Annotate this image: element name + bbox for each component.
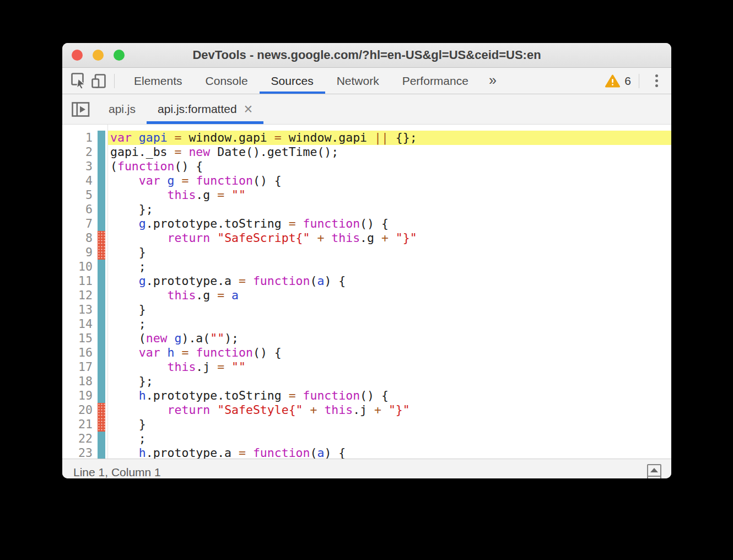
close-tab-icon[interactable]: × [244, 102, 253, 117]
kebab-dot [655, 79, 658, 82]
code-line-content[interactable]: }; [107, 374, 671, 389]
code-line-content[interactable]: var g = function() { [107, 174, 671, 188]
gutter-marker-teal [98, 188, 105, 202]
code-line: 9 } [62, 245, 671, 260]
panel-tab-sources[interactable]: Sources [260, 68, 325, 94]
line-number[interactable]: 10 [62, 260, 93, 274]
gutter-marker-red [98, 231, 105, 245]
line-number[interactable]: 21 [62, 417, 93, 432]
line-number[interactable]: 8 [62, 231, 93, 245]
gutter-marker-teal [98, 303, 105, 317]
code-line: 19 h.prototype.toString = function() { [62, 389, 671, 403]
line-number[interactable]: 12 [62, 288, 93, 303]
gutter-marker-red [98, 245, 105, 260]
device-toolbar-icon [90, 73, 107, 89]
panel-tab-performance[interactable]: Performance [391, 68, 480, 94]
warning-triangle-icon [605, 74, 620, 88]
kebab-menu-button[interactable] [647, 74, 666, 87]
code-line-content[interactable]: ; [107, 260, 671, 274]
toolbar-separator [114, 74, 115, 88]
traffic-lights [72, 50, 125, 61]
line-number[interactable]: 2 [62, 145, 93, 159]
code-line-content[interactable]: (new g).a(""); [107, 331, 671, 346]
gutter-marker-teal [98, 131, 105, 145]
panel-tab-network[interactable]: Network [325, 68, 391, 94]
gutter-marker-teal [98, 145, 105, 159]
code-line-content[interactable]: h.prototype.toString = function() { [107, 389, 671, 403]
panel-tab-elements[interactable]: Elements [122, 68, 194, 94]
code-editor[interactable]: 1var gapi = window.gapi = window.gapi ||… [62, 125, 671, 459]
code-line: 11 g.prototype.a = function(a) { [62, 274, 671, 288]
line-number[interactable]: 23 [62, 446, 93, 459]
line-number[interactable]: 18 [62, 374, 93, 389]
zoom-window-button[interactable] [114, 50, 125, 61]
more-panels-button[interactable]: » [489, 72, 497, 90]
code-line-content[interactable]: g.prototype.toString = function() { [107, 217, 671, 231]
code-line-content[interactable]: return "SafeStyle{" + this.j + "}" [107, 403, 671, 417]
line-number[interactable]: 9 [62, 245, 93, 260]
code-line-content[interactable]: } [107, 417, 671, 432]
line-number[interactable]: 17 [62, 360, 93, 374]
code-line: 21 } [62, 417, 671, 432]
code-line-content[interactable]: h.prototype.a = function(a) { [107, 446, 671, 459]
code-line: 12 this.g = a [62, 288, 671, 303]
expand-panel-button[interactable] [647, 464, 661, 479]
cursor-position: Line 1, Column 1 [73, 466, 161, 479]
gutter-marker-teal [98, 331, 105, 346]
line-number[interactable]: 19 [62, 389, 93, 403]
line-number[interactable]: 22 [62, 432, 93, 446]
file-tab-label: api.js:formatted [158, 103, 237, 116]
code-line: 22 ; [62, 432, 671, 446]
devtools-window: DevTools - news.google.com/?hl=en-US&gl=… [62, 43, 671, 478]
code-line-content[interactable]: this.g = a [107, 288, 671, 303]
line-number[interactable]: 14 [62, 317, 93, 331]
code-line-content[interactable]: gapi._bs = new Date().getTime(); [107, 145, 671, 159]
code-line: 17 this.j = "" [62, 360, 671, 374]
code-line: 4 var g = function() { [62, 174, 671, 188]
file-tab-api.js[interactable]: api.js [98, 94, 147, 124]
code-line: 3(function() { [62, 159, 671, 174]
gutter-marker-teal [98, 174, 105, 188]
gutter-marker-teal [98, 274, 105, 288]
file-tab-api.js:formatted[interactable]: api.js:formatted× [147, 94, 263, 124]
code-line-content[interactable]: this.g = "" [107, 188, 671, 202]
code-line: 2gapi._bs = new Date().getTime(); [62, 145, 671, 159]
line-number[interactable]: 15 [62, 331, 93, 346]
code-line: 10 ; [62, 260, 671, 274]
code-line-content[interactable]: var gapi = window.gapi = window.gapi || … [107, 131, 671, 145]
warnings-badge[interactable]: 6 [605, 74, 631, 88]
minimize-window-button[interactable] [93, 50, 104, 61]
show-navigator-button[interactable] [68, 98, 93, 120]
window-title: DevTools - news.google.com/?hl=en-US&gl=… [62, 48, 671, 62]
code-line-content[interactable]: ; [107, 317, 671, 331]
code-line: 8 return "SafeScript{" + this.g + "}" [62, 231, 671, 245]
code-line-content[interactable]: ; [107, 432, 671, 446]
code-line-content[interactable]: return "SafeScript{" + this.g + "}" [107, 231, 671, 245]
close-window-button[interactable] [72, 50, 83, 61]
line-number[interactable]: 6 [62, 202, 93, 217]
code-line-content[interactable]: (function() { [107, 159, 671, 174]
line-number[interactable]: 20 [62, 403, 93, 417]
line-number[interactable]: 3 [62, 159, 93, 174]
line-number[interactable]: 4 [62, 174, 93, 188]
code-line-content[interactable]: } [107, 303, 671, 317]
show-navigator-icon [72, 102, 90, 117]
panel-tab-console[interactable]: Console [194, 68, 260, 94]
line-number[interactable]: 11 [62, 274, 93, 288]
code-line: 18 }; [62, 374, 671, 389]
line-number[interactable]: 13 [62, 303, 93, 317]
code-line-content[interactable]: g.prototype.a = function(a) { [107, 274, 671, 288]
file-tabs: api.jsapi.js:formatted× [98, 94, 263, 124]
line-number[interactable]: 16 [62, 346, 93, 360]
code-line-content[interactable]: } [107, 245, 671, 260]
gutter-marker-teal [98, 217, 105, 231]
code-line-content[interactable]: }; [107, 202, 671, 217]
line-number[interactable]: 7 [62, 217, 93, 231]
line-number[interactable]: 1 [62, 131, 93, 145]
code-line-content[interactable]: this.j = "" [107, 360, 671, 374]
device-toolbar-button[interactable] [89, 71, 109, 91]
code-line: 7 g.prototype.toString = function() { [62, 217, 671, 231]
inspect-element-button[interactable] [69, 71, 89, 91]
code-line-content[interactable]: var h = function() { [107, 346, 671, 360]
line-number[interactable]: 5 [62, 188, 93, 202]
